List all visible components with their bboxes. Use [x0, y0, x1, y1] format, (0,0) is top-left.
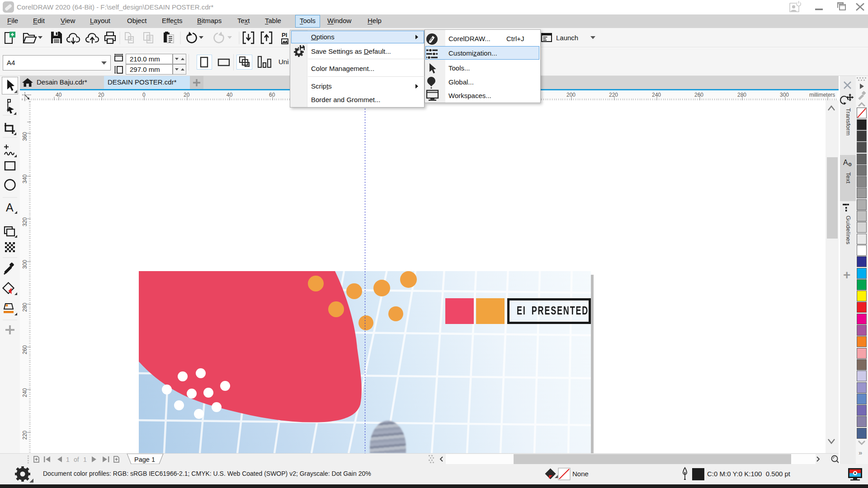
- svg-text:of: of: [74, 456, 79, 463]
- svg-text:1: 1: [66, 456, 70, 463]
- svg-text:Page 1: Page 1: [134, 456, 155, 463]
- svg-text:A: A: [6, 201, 14, 214]
- svg-text:1: 1: [83, 456, 87, 463]
- svg-text:Pl: Pl: [282, 32, 287, 38]
- svg-text:»: »: [859, 449, 862, 456]
- svg-text:Launch: Launch: [556, 34, 578, 42]
